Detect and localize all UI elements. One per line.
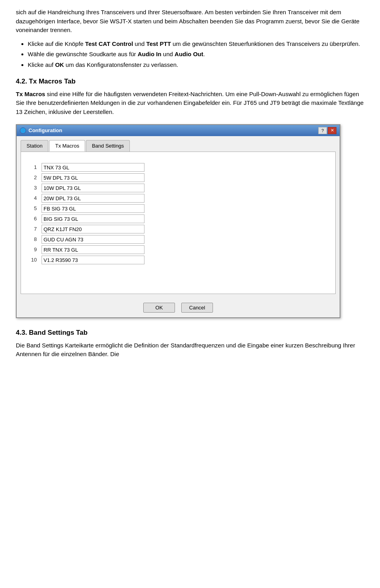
dialog-app-icon: 🌐 (20, 127, 26, 134)
macro-row-2: 2 (27, 173, 329, 183)
bullet-item-2: Wähle die gewünschte Soudkarte aus für A… (28, 50, 364, 59)
tab-band-settings[interactable]: Band Settings (86, 140, 130, 152)
macro-row-4: 4 (27, 193, 329, 203)
macro-number-8: 8 (27, 234, 39, 245)
macro-input-cell-7[interactable] (39, 224, 329, 234)
tx-macros-intro: Tx Macros sind eine Hilfe für die häufig… (16, 90, 364, 117)
section-43-heading: 4.3. Band Settings Tab (16, 328, 364, 338)
macro-number-1: 1 (27, 162, 39, 173)
macro-row-3: 3 (27, 183, 329, 193)
bullet-list: Klicke auf die Knöpfe Test CAT Control u… (28, 40, 364, 70)
dialog-wrapper: 🌐 Configuration ? ✕ Station Tx Macros Ba… (16, 124, 364, 318)
dialog-title: Configuration (28, 127, 62, 135)
macro-number-7: 7 (27, 224, 39, 234)
paragraph-1: sich auf die Handreichung Ihres Transcei… (16, 8, 364, 35)
macro-table: 1 2 3 4 5 6 (27, 162, 329, 265)
macro-number-3: 3 (27, 183, 39, 193)
bullet-item-3: Klicke auf OK um das Konfiguratonsfenste… (28, 61, 364, 70)
ok-button[interactable]: OK (143, 303, 175, 313)
macro-input-9[interactable] (42, 245, 144, 254)
macro-input-cell-4[interactable] (39, 193, 329, 203)
macro-row-8: 8 (27, 234, 329, 245)
macro-row-7: 7 (27, 224, 329, 234)
band-settings-text: Die Band Settings Karteikarte ermöglicht… (16, 341, 364, 359)
macro-input-3[interactable] (42, 184, 144, 192)
configuration-dialog: 🌐 Configuration ? ✕ Station Tx Macros Ba… (16, 124, 340, 318)
bullet-item-1: Klicke auf die Knöpfe Test CAT Control u… (28, 40, 364, 49)
dialog-close-button[interactable]: ✕ (328, 127, 336, 134)
macro-row-1: 1 (27, 162, 329, 173)
macro-number-5: 5 (27, 203, 39, 214)
macro-input-2[interactable] (42, 173, 144, 182)
macro-input-cell-6[interactable] (39, 214, 329, 224)
macro-input-cell-2[interactable] (39, 173, 329, 183)
macro-row-10: 10 (27, 255, 329, 265)
section-42-heading: 4.2. Tx Macros Tab (16, 76, 364, 87)
macro-input-10[interactable] (42, 256, 144, 264)
dialog-body: Station Tx Macros Band Settings 1 2 3 (17, 136, 340, 298)
macro-input-cell-10[interactable] (39, 255, 329, 265)
tab-tx-macros[interactable]: Tx Macros (49, 140, 85, 152)
dialog-help-button[interactable]: ? (318, 127, 327, 134)
macro-input-1[interactable] (42, 163, 144, 172)
dialog-footer: OK Cancel (17, 298, 340, 317)
titlebar-left: 🌐 Configuration (20, 127, 62, 135)
macro-row-9: 9 (27, 245, 329, 255)
macro-input-cell-8[interactable] (39, 234, 329, 245)
macro-number-6: 6 (27, 214, 39, 224)
tab-content-tx-macros: 1 2 3 4 5 6 (21, 152, 336, 294)
macro-number-9: 9 (27, 245, 39, 255)
cancel-button[interactable]: Cancel (181, 303, 213, 313)
macro-input-cell-1[interactable] (39, 162, 329, 173)
macro-input-cell-9[interactable] (39, 245, 329, 255)
macro-number-10: 10 (27, 255, 39, 265)
macro-input-7[interactable] (42, 225, 144, 233)
macro-number-4: 4 (27, 193, 39, 203)
macro-input-6[interactable] (42, 214, 144, 223)
macro-input-8[interactable] (42, 235, 144, 244)
dialog-titlebar: 🌐 Configuration ? ✕ (17, 125, 340, 136)
macro-row-6: 6 (27, 214, 329, 224)
tab-station[interactable]: Station (21, 140, 48, 152)
macro-input-cell-3[interactable] (39, 183, 329, 193)
macro-input-4[interactable] (42, 194, 144, 203)
macro-number-2: 2 (27, 173, 39, 183)
tab-bar: Station Tx Macros Band Settings (21, 140, 336, 152)
macro-input-cell-5[interactable] (39, 203, 329, 214)
macro-row-5: 5 (27, 203, 329, 214)
macro-input-5[interactable] (42, 204, 144, 213)
dialog-controls: ? ✕ (318, 127, 336, 134)
